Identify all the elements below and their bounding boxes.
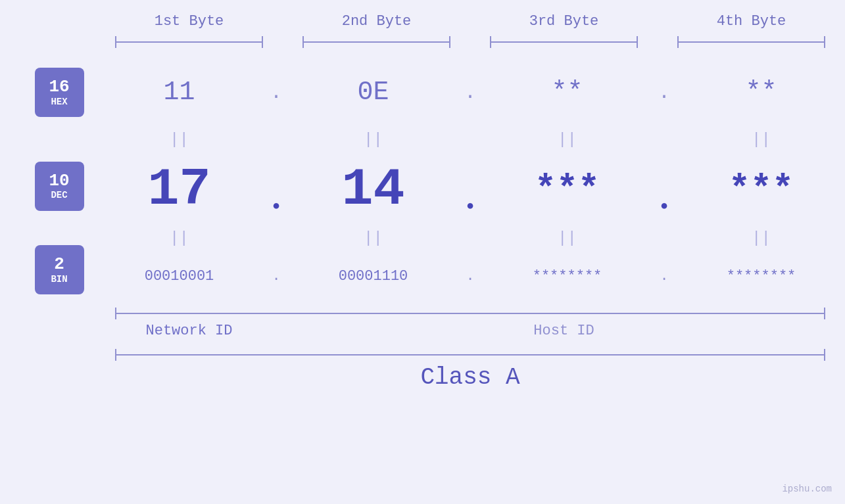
hex-dot3: . xyxy=(651,81,677,104)
bin-byte2: 00001110 xyxy=(289,268,457,285)
equals2-byte3: || xyxy=(483,231,651,246)
data-section: 16 HEX 10 DEC 2 BIN xyxy=(0,68,845,304)
byte1-header: 1st Byte xyxy=(95,13,283,30)
byte4-header: 4th Byte xyxy=(658,13,845,30)
dec-badge-label: DEC xyxy=(51,190,67,200)
bin-byte1: 00010001 xyxy=(95,268,263,285)
footer-text: ipshu.com xyxy=(782,484,832,494)
rows-column: 11 . 0E . ** . ** xyxy=(95,68,845,304)
bracket-1 xyxy=(95,36,283,48)
bracket-2 xyxy=(283,36,470,48)
hex-dot1: . xyxy=(263,81,289,104)
equals2-byte4: || xyxy=(677,231,845,246)
main-container: 1st Byte 2nd Byte 3rd Byte 4th Byte 16 H… xyxy=(0,0,845,504)
dec-byte1: 17 xyxy=(95,160,263,219)
equals1-byte2: || xyxy=(289,132,457,148)
class-bracket-row xyxy=(0,349,845,361)
hex-badge-wrapper: 16 HEX xyxy=(35,68,84,117)
hex-byte1: 11 xyxy=(95,78,263,107)
byte3-header: 3rd Byte xyxy=(470,13,658,30)
dec-byte3: *** xyxy=(483,169,651,210)
dec-byte2: 14 xyxy=(289,160,457,219)
bin-badge-number: 2 xyxy=(54,255,64,274)
labels-row: Network ID Host ID xyxy=(0,323,845,339)
hex-dot2: . xyxy=(457,81,483,104)
bin-badge-wrapper: 2 BIN xyxy=(35,248,84,291)
dec-dot3: ● xyxy=(651,166,677,214)
bin-dot2: . xyxy=(457,268,483,285)
bin-row: 00010001 . 00001110 . ******** . xyxy=(95,255,845,298)
equals1-byte4: || xyxy=(677,132,845,148)
equals2-byte1: || xyxy=(95,231,263,246)
footer: ipshu.com xyxy=(782,484,832,494)
bin-dot1: . xyxy=(263,268,289,285)
bin-badge-label: BIN xyxy=(51,274,67,285)
badges-column: 16 HEX 10 DEC 2 BIN xyxy=(0,68,95,304)
top-bracket-row xyxy=(0,36,845,48)
host-id-label: Host ID xyxy=(283,323,845,339)
dec-badge-number: 10 xyxy=(49,172,69,191)
network-id-label: Network ID xyxy=(95,323,283,339)
bin-byte4: ******** xyxy=(677,268,845,285)
hex-row: 11 . 0E . ** . ** xyxy=(95,68,845,117)
equals1-byte3: || xyxy=(483,132,651,148)
host-bracket xyxy=(283,308,845,319)
equals-row-2: || || || || xyxy=(95,225,845,252)
dec-badge: 10 DEC xyxy=(35,162,84,211)
byte-headers: 1st Byte 2nd Byte 3rd Byte 4th Byte xyxy=(0,13,845,30)
dec-byte4: *** xyxy=(677,169,845,210)
class-a-bracket xyxy=(95,349,845,361)
equals1-byte1: || xyxy=(95,132,263,148)
bracket-3 xyxy=(470,36,658,48)
dec-row: 17 ● 14 ● *** ● *** xyxy=(95,156,845,222)
equals2-byte2: || xyxy=(289,231,457,246)
dec-dot2: ● xyxy=(457,166,483,214)
byte2-header: 2nd Byte xyxy=(283,13,470,30)
bin-dot3: . xyxy=(651,268,677,285)
dec-dot1: ● xyxy=(263,166,289,214)
hex-badge: 16 HEX xyxy=(35,68,84,117)
dec-badge-wrapper: 10 DEC xyxy=(35,153,84,219)
network-bracket xyxy=(95,308,283,319)
hex-byte3: ** xyxy=(483,78,651,107)
bin-badge: 2 BIN xyxy=(35,245,84,294)
bracket-4 xyxy=(658,36,845,48)
hex-badge-label: HEX xyxy=(51,97,67,107)
equals-row-1: || || || || xyxy=(95,127,845,153)
bin-byte3: ******** xyxy=(483,268,651,285)
hex-byte4: ** xyxy=(677,78,845,107)
hex-badge-number: 16 xyxy=(49,78,69,97)
network-host-bracket-row xyxy=(0,308,845,319)
hex-byte2: 0E xyxy=(289,78,457,107)
class-a-label: Class A xyxy=(0,364,845,391)
